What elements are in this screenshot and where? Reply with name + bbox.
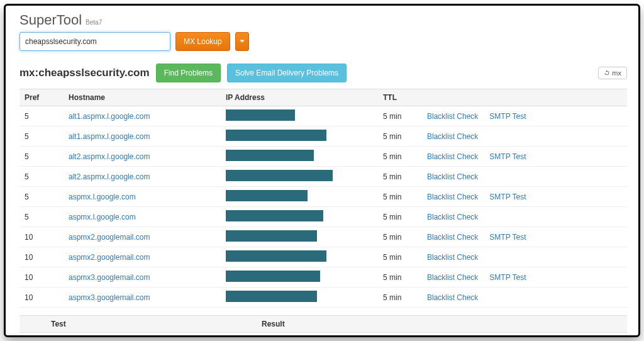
- cell-ttl: 5 min: [378, 247, 422, 267]
- hostname-link[interactable]: alt1.aspmx.l.google.com: [69, 132, 150, 141]
- hostname-link[interactable]: aspmx.l.google.com: [69, 193, 136, 201]
- blacklist-check-link[interactable]: Blacklist Check: [427, 152, 478, 161]
- table-row: 10aspmx3.googlemail.com5 minBlacklist Ch…: [19, 267, 627, 288]
- col-ip: IP Address: [221, 89, 378, 106]
- ip-redacted: [226, 271, 320, 282]
- cell-ttl: 5 min: [378, 126, 422, 147]
- hostname-link[interactable]: aspmx3.googlemail.com: [69, 293, 150, 302]
- cell-ttl: 5 min: [378, 106, 422, 126]
- cell-pref: 10: [19, 227, 64, 247]
- ip-redacted: [226, 190, 308, 201]
- cell-pref: 10: [19, 288, 64, 308]
- ip-redacted: [226, 150, 314, 161]
- blacklist-check-link[interactable]: Blacklist Check: [427, 293, 478, 302]
- col-status: [19, 316, 46, 333]
- ip-redacted: [226, 130, 326, 141]
- app-title: SuperTool: [19, 12, 82, 28]
- table-row: 10aspmx2.googlemail.com5 minBlacklist Ch…: [19, 247, 627, 267]
- hostname-link[interactable]: aspmx3.googlemail.com: [69, 273, 150, 282]
- col-result: Result: [257, 316, 589, 333]
- col-ttl: TTL: [378, 89, 422, 106]
- smtp-test-link[interactable]: SMTP Test: [489, 233, 526, 242]
- blacklist-check-link[interactable]: Blacklist Check: [427, 253, 478, 262]
- refresh-label: mx: [612, 69, 621, 77]
- table-row: 5aspmx.l.google.com5 minBlacklist Check: [19, 207, 627, 227]
- cell-ttl: 5 min: [378, 187, 422, 207]
- ip-redacted: [226, 291, 317, 302]
- blacklist-check-link[interactable]: Blacklist Check: [427, 132, 478, 141]
- cell-ttl: 5 min: [378, 147, 422, 167]
- cell-pref: 5: [19, 187, 64, 207]
- tests-table: Test Result !DMARC Policy Not EnabledDMA…: [19, 315, 627, 337]
- mx-lookup-dropdown[interactable]: [235, 32, 249, 51]
- ip-redacted: [226, 250, 326, 262]
- blacklist-check-link[interactable]: Blacklist Check: [427, 193, 478, 201]
- mx-lookup-button[interactable]: MX Lookup: [175, 32, 230, 51]
- result-title: mx:cheapsslsecurity.com: [19, 67, 150, 79]
- more-info-link[interactable]: More Info: [594, 336, 622, 337]
- col-test: Test: [46, 316, 257, 333]
- smtp-test-link[interactable]: SMTP Test: [489, 112, 526, 121]
- blacklist-check-link[interactable]: Blacklist Check: [427, 213, 478, 221]
- chevron-down-icon: [240, 39, 245, 44]
- table-row: 5aspmx.l.google.com5 minBlacklist CheckS…: [19, 187, 627, 207]
- cell-pref: 10: [19, 267, 64, 288]
- hostname-link[interactable]: aspmx2.googlemail.com: [69, 253, 150, 262]
- cell-ttl: 5 min: [378, 207, 422, 227]
- cell-ttl: 5 min: [378, 167, 422, 187]
- cell-pref: 5: [19, 126, 64, 147]
- result-bar: mx:cheapsslsecurity.com Find Problems So…: [19, 64, 627, 82]
- hostname-link[interactable]: aspmx.l.google.com: [69, 213, 136, 221]
- hostname-link[interactable]: aspmx2.googlemail.com: [69, 233, 150, 242]
- cell-pref: 5: [19, 207, 64, 227]
- refresh-button[interactable]: mx: [598, 67, 627, 79]
- mx-records-table: Pref Hostname IP Address TTL 5alt1.aspmx…: [19, 89, 627, 308]
- col-hostname: Hostname: [64, 89, 221, 106]
- table-row: 5alt2.aspmx.l.google.com5 minBlacklist C…: [19, 147, 627, 167]
- cell-ttl: 5 min: [378, 227, 422, 247]
- smtp-test-link[interactable]: SMTP Test: [489, 152, 526, 161]
- search-row: MX Lookup: [19, 32, 627, 51]
- smtp-test-link[interactable]: SMTP Test: [489, 193, 526, 201]
- ip-redacted: [226, 210, 323, 221]
- smtp-test-link[interactable]: SMTP Test: [489, 273, 526, 282]
- ip-redacted: [226, 230, 317, 242]
- info-icon: [594, 337, 602, 337]
- beta-badge: Beta7: [86, 19, 102, 26]
- blacklist-check-link[interactable]: Blacklist Check: [427, 172, 478, 181]
- blacklist-check-link[interactable]: Blacklist Check: [427, 273, 478, 282]
- table-row: 10aspmx2.googlemail.com5 minBlacklist Ch…: [19, 227, 627, 247]
- domain-input[interactable]: [19, 32, 170, 51]
- table-row: 5alt1.aspmx.l.google.com5 minBlacklist C…: [19, 126, 627, 147]
- cell-pref: 10: [19, 247, 64, 267]
- solve-problems-button[interactable]: Solve Email Delivery Problems: [227, 64, 347, 82]
- table-row: !DMARC Policy Not EnabledDMARC Quarantin…: [19, 333, 627, 338]
- refresh-icon: [604, 70, 610, 76]
- ip-redacted: [226, 170, 333, 181]
- col-more: [589, 316, 627, 333]
- hostname-link[interactable]: alt2.aspmx.l.google.com: [69, 152, 150, 161]
- cell-pref: 5: [19, 106, 64, 126]
- table-row: 10aspmx3.googlemail.com5 minBlacklist Ch…: [19, 288, 627, 308]
- blacklist-check-link[interactable]: Blacklist Check: [427, 112, 478, 121]
- hostname-link[interactable]: alt1.aspmx.l.google.com: [69, 112, 150, 121]
- cell-ttl: 5 min: [378, 267, 422, 288]
- ip-redacted: [226, 109, 295, 121]
- hostname-link[interactable]: alt2.aspmx.l.google.com: [69, 172, 150, 181]
- header: SuperTool Beta7: [19, 12, 627, 28]
- col-pref: Pref: [19, 89, 64, 106]
- cell-pref: 5: [19, 147, 64, 167]
- table-row: 5alt2.aspmx.l.google.com5 minBlacklist C…: [19, 167, 627, 187]
- find-problems-button[interactable]: Find Problems: [156, 64, 221, 82]
- cell-pref: 5: [19, 167, 64, 187]
- table-row: 5alt1.aspmx.l.google.com5 minBlacklist C…: [19, 106, 627, 126]
- col-actions: [422, 89, 627, 106]
- cell-test: DMARC Policy Not Enabled: [46, 333, 257, 338]
- blacklist-check-link[interactable]: Blacklist Check: [427, 233, 478, 242]
- cell-ttl: 5 min: [378, 288, 422, 308]
- cell-result: DMARC Quarantine/Reject policy not enabl…: [257, 333, 589, 338]
